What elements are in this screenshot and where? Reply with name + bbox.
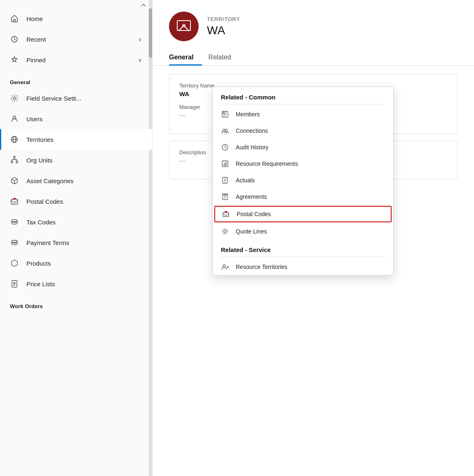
svg-point-1 — [13, 97, 16, 99]
price-lists-icon — [10, 279, 19, 288]
divider-2 — [221, 257, 385, 257]
svg-rect-9 — [13, 198, 16, 199]
svg-rect-5 — [14, 156, 15, 158]
sidebar-item-users[interactable]: Users — [0, 108, 152, 129]
quote-lines-icon — [221, 227, 229, 236]
sidebar-item-payment-terms[interactable]: Payment Terms — [0, 232, 152, 253]
field-service-icon — [10, 94, 19, 103]
sidebar-item-recent[interactable]: Recent ∨ — [0, 29, 152, 49]
members-icon — [221, 110, 229, 118]
dropdown-item-quote-lines[interactable]: Quote Lines — [213, 223, 393, 240]
sidebar-item-postal-codes[interactable]: Postal Codes — [0, 191, 152, 212]
svg-point-26 — [223, 265, 225, 267]
record-title-block: TERRITORY WA — [207, 16, 240, 37]
sidebar-item-home[interactable]: Home — [0, 8, 152, 29]
svg-rect-24 — [225, 211, 227, 212]
svg-point-18 — [225, 129, 228, 132]
sidebar-item-home-label: Home — [26, 15, 43, 22]
record-header: TERRITORY WA — [153, 0, 474, 49]
sidebar-item-tax-codes[interactable]: Tax Codes — [0, 212, 152, 232]
dropdown-item-postal-codes[interactable]: Postal Codes — [214, 206, 392, 222]
dropdown-item-resource-requirements[interactable]: Resource Requirements — [213, 156, 393, 172]
svg-point-17 — [223, 129, 225, 132]
sidebar-item-org-units[interactable]: Org Units — [0, 150, 152, 170]
sidebar-item-asset-categories-label: Asset Categories — [26, 177, 73, 184]
recent-icon — [10, 35, 19, 44]
dropdown-item-agreements-label: Agreements — [236, 193, 267, 200]
related-common-header: Related - Common — [213, 87, 393, 104]
related-dropdown: Related - Common Members Connections Aud… — [212, 87, 394, 276]
asset-categories-icon — [10, 176, 19, 185]
sidebar-item-price-lists[interactable]: Price Lists — [0, 273, 152, 294]
resource-territories-icon — [221, 263, 229, 271]
dropdown-item-resource-territories[interactable]: Resource Territories — [213, 259, 393, 275]
sidebar-item-users-label: Users — [26, 115, 42, 123]
record-entity-type: TERRITORY — [207, 16, 240, 22]
tax-codes-icon — [10, 217, 19, 226]
users-icon — [10, 114, 19, 123]
audit-history-icon — [221, 143, 229, 151]
svg-point-10 — [12, 220, 17, 222]
products-icon — [10, 259, 19, 268]
svg-rect-8 — [11, 199, 18, 204]
related-service-header: Related - Service — [213, 240, 393, 257]
sidebar-item-products[interactable]: Products — [0, 253, 152, 273]
dropdown-item-members[interactable]: Members — [213, 106, 393, 123]
svg-rect-20 — [222, 161, 228, 167]
dropdown-item-postal-codes-label: Postal Codes — [237, 211, 271, 217]
record-name: WA — [207, 24, 240, 37]
resource-requirements-icon — [221, 160, 229, 168]
sidebar-item-field-service[interactable]: Field Service Setti... — [0, 88, 152, 108]
sidebar-item-field-service-label: Field Service Setti... — [26, 95, 81, 102]
actuals-icon — [221, 176, 229, 184]
pinned-icon — [10, 55, 19, 64]
tab-related[interactable]: Related — [209, 49, 239, 65]
dropdown-item-resource-requirements-label: Resource Requirements — [236, 160, 298, 167]
sidebar-item-payment-terms-label: Payment Terms — [26, 239, 69, 246]
sidebar-scroll-top — [0, 0, 152, 8]
sidebar-item-territories[interactable]: Territories — [0, 129, 152, 150]
work-orders-section-label: Work Orders — [0, 294, 152, 312]
dropdown-item-members-label: Members — [236, 111, 260, 118]
sidebar-item-asset-categories[interactable]: Asset Categories — [0, 170, 152, 191]
tabs-bar: General Related — [153, 49, 474, 66]
agreements-icon — [221, 193, 229, 201]
sidebar-item-pinned[interactable]: Pinned ∨ — [0, 49, 152, 70]
record-avatar — [169, 12, 199, 41]
sidebar-item-pinned-label: Pinned — [26, 57, 46, 64]
sidebar-item-recent-label: Recent — [26, 36, 46, 43]
dropdown-item-connections[interactable]: Connections — [213, 123, 393, 139]
svg-point-25 — [224, 230, 226, 233]
territories-icon — [10, 135, 19, 144]
dropdown-item-quote-lines-label: Quote Lines — [236, 228, 267, 235]
payment-terms-icon — [10, 238, 19, 247]
home-icon — [10, 14, 19, 23]
svg-point-11 — [12, 240, 17, 243]
recent-chevron: ∨ — [138, 36, 142, 42]
tab-general[interactable]: General — [169, 49, 202, 65]
sidebar-item-products-label: Products — [26, 260, 51, 267]
postal-codes-dropdown-icon — [222, 210, 230, 218]
dropdown-item-agreements[interactable]: Agreements — [213, 189, 393, 205]
sidebar-item-territories-label: Territories — [26, 136, 54, 143]
dropdown-item-resource-territories-label: Resource Territories — [236, 264, 287, 270]
sidebar: Home Recent ∨ Pinned ∨ General Field Ser… — [0, 0, 153, 476]
sidebar-item-org-units-label: Org Units — [26, 157, 52, 164]
connections-icon — [221, 127, 229, 135]
dropdown-item-actuals-label: Actuals — [236, 177, 255, 184]
org-units-icon — [10, 156, 19, 165]
dropdown-item-audit-history[interactable]: Audit History — [213, 139, 393, 156]
postal-codes-icon — [10, 197, 19, 206]
svg-rect-7 — [16, 161, 18, 163]
svg-rect-6 — [11, 161, 13, 163]
dropdown-item-connections-label: Connections — [236, 127, 268, 134]
sidebar-item-postal-codes-label: Postal Codes — [26, 198, 63, 205]
sidebar-item-price-lists-label: Price Lists — [26, 280, 55, 287]
dropdown-item-actuals[interactable]: Actuals — [213, 172, 393, 189]
dropdown-item-audit-history-label: Audit History — [236, 144, 268, 151]
divider-1 — [221, 104, 385, 104]
main-content: TERRITORY WA General Related Territory N… — [153, 0, 474, 476]
pinned-chevron: ∨ — [138, 57, 142, 63]
general-section-label: General — [0, 70, 152, 88]
sidebar-item-tax-codes-label: Tax Codes — [26, 219, 56, 226]
